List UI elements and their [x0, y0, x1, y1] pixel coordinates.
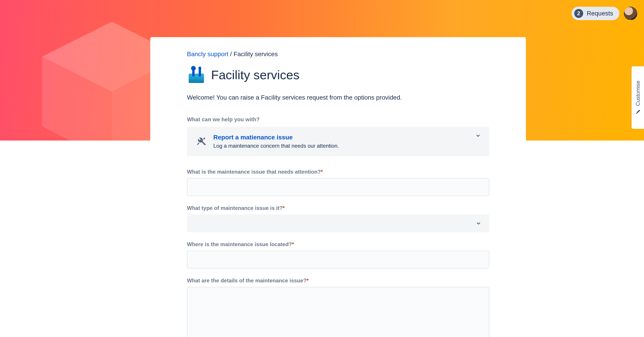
issue-location-input[interactable]: [187, 251, 489, 268]
field-label: What is the maintenance issue that needs…: [187, 169, 489, 175]
wrench-screwdriver-icon: [196, 136, 206, 147]
facility-services-icon: [187, 65, 206, 84]
field-label: Where is the maintenance issue located?*: [187, 241, 489, 247]
user-avatar[interactable]: [624, 7, 637, 20]
required-mark: *: [292, 241, 294, 247]
svg-rect-3: [189, 74, 204, 83]
field-label: What are the details of the maintenance …: [187, 277, 489, 284]
pencil-icon: [635, 109, 641, 115]
breadcrumb: Bancly support / Facility services: [187, 51, 489, 58]
required-mark: *: [306, 277, 308, 283]
request-type-headline[interactable]: Report a matienance issue: [213, 134, 480, 141]
request-type-sub: Log a maintenance concern that needs our…: [213, 143, 480, 149]
required-mark: *: [321, 169, 323, 175]
customise-tab[interactable]: Customise: [632, 66, 644, 129]
field-issue-location: Where is the maintenance issue located?*: [187, 241, 489, 268]
svg-point-4: [191, 66, 196, 71]
request-type-selector[interactable]: Report a matienance issue Log a maintena…: [187, 127, 489, 156]
requests-label: Requests: [587, 10, 613, 17]
main-panel: Bancly support / Facility services Facil…: [150, 37, 526, 337]
required-mark: *: [283, 205, 285, 211]
customise-label: Customise: [635, 81, 641, 106]
field-issue-details: What are the details of the maintenance …: [187, 277, 489, 337]
help-prompt-label: What can we help you with?: [187, 116, 489, 123]
title-row: Facility services: [187, 65, 489, 84]
breadcrumb-sep: /: [230, 51, 234, 58]
issue-type-select[interactable]: [187, 214, 489, 232]
field-issue-type: What type of maintenance issue is it?*: [187, 205, 489, 232]
issue-summary-input[interactable]: [187, 178, 489, 196]
chevron-down-icon: [476, 220, 482, 226]
welcome-text: Welcome! You can raise a Facility servic…: [187, 94, 489, 101]
requests-pill[interactable]: 2 Requests: [572, 7, 620, 20]
requests-count-badge: 2: [574, 9, 583, 18]
header: 2 Requests: [572, 7, 637, 20]
breadcrumb-current: Facility services: [234, 51, 278, 58]
page-title: Facility services: [211, 68, 300, 82]
breadcrumb-root-link[interactable]: Bancly support: [187, 51, 228, 58]
field-label: What type of maintenance issue is it?*: [187, 205, 489, 211]
field-issue-summary: What is the maintenance issue that needs…: [187, 169, 489, 196]
chevron-down-icon: [475, 132, 481, 139]
issue-details-textarea[interactable]: [187, 287, 489, 337]
svg-marker-5: [198, 68, 202, 71]
